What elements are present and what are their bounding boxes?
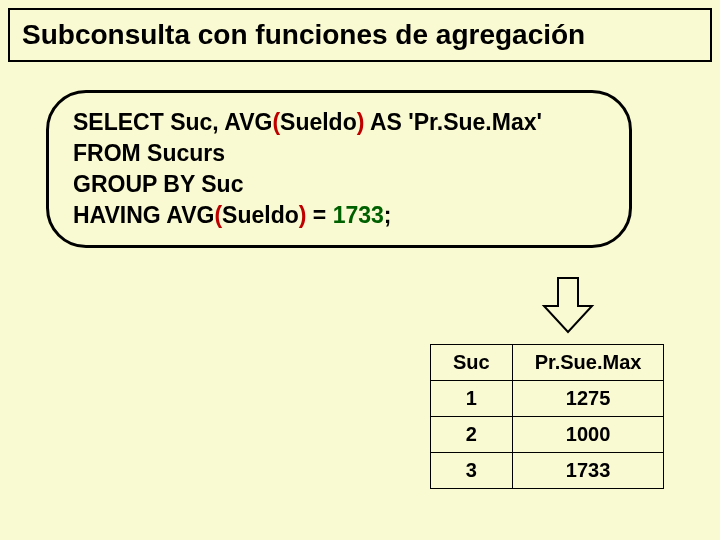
table-header-row: Suc Pr.Sue.Max bbox=[431, 345, 664, 381]
cell: 3 bbox=[431, 453, 513, 489]
table-row: 1 1275 bbox=[431, 381, 664, 417]
cell: 1733 bbox=[512, 453, 664, 489]
kw-as: AS bbox=[364, 109, 408, 135]
cell: 1275 bbox=[512, 381, 664, 417]
eq-sign: = bbox=[306, 202, 332, 228]
title-box: Subconsulta con funciones de agregación bbox=[8, 8, 712, 62]
paren-open-1: ( bbox=[272, 109, 280, 135]
sql-box: SELECT Suc, AVG(Sueldo) AS 'Pr.Sue.Max' … bbox=[46, 90, 632, 248]
cell: 1000 bbox=[512, 417, 664, 453]
cell: 1 bbox=[431, 381, 513, 417]
alias-close: ' bbox=[537, 109, 542, 135]
having-value: 1733 bbox=[333, 202, 384, 228]
arg-2: Sueldo bbox=[222, 202, 299, 228]
sql-line-having: HAVING AVG(Sueldo) = 1733; bbox=[73, 200, 605, 231]
table-row: 3 1733 bbox=[431, 453, 664, 489]
alias-text: Pr.Sue.Max bbox=[414, 109, 537, 135]
col-header-prsuemax: Pr.Sue.Max bbox=[512, 345, 664, 381]
arrow-down-icon bbox=[540, 276, 596, 334]
kw-select: SELECT bbox=[73, 109, 170, 135]
arg-1: Sueldo bbox=[280, 109, 357, 135]
select-cols: Suc, AVG bbox=[170, 109, 272, 135]
result-table: Suc Pr.Sue.Max 1 1275 2 1000 3 1733 bbox=[430, 344, 664, 489]
sql-line-select: SELECT Suc, AVG(Sueldo) AS 'Pr.Sue.Max' bbox=[73, 107, 605, 138]
slide-title: Subconsulta con funciones de agregación bbox=[22, 18, 698, 52]
paren-open-2: ( bbox=[214, 202, 222, 228]
result-table-wrap: Suc Pr.Sue.Max 1 1275 2 1000 3 1733 bbox=[430, 344, 664, 489]
cell: 2 bbox=[431, 417, 513, 453]
sql-line-from: FROM Sucurs bbox=[73, 138, 605, 169]
semicolon: ; bbox=[384, 202, 392, 228]
col-header-suc: Suc bbox=[431, 345, 513, 381]
table-row: 2 1000 bbox=[431, 417, 664, 453]
sql-line-group: GROUP BY Suc bbox=[73, 169, 605, 200]
kw-having: HAVING AVG bbox=[73, 202, 214, 228]
